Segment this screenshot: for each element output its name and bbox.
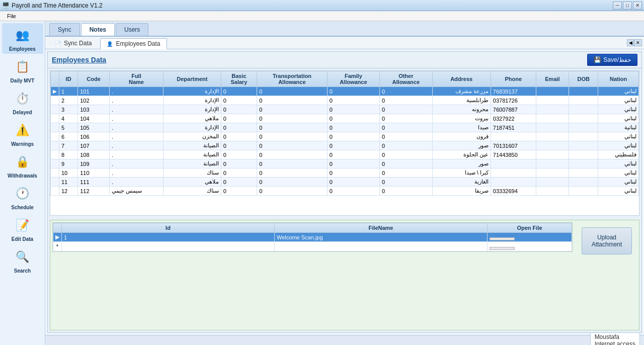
- employees-data-icon: 👤: [107, 41, 113, 47]
- table-row[interactable]: ▶ 1 101 . الإدارة 0 0 0 0 مزرعة مشرف 768…: [51, 87, 639, 96]
- col-phone: Phone: [491, 71, 536, 87]
- att-new-indicator: *: [53, 242, 62, 251]
- att-col-id: Id: [62, 223, 275, 233]
- open-file-button[interactable]: [490, 237, 515, 240]
- table-row[interactable]: 3 103 . الإدارة 0 0 0 0 محرونه 76007887 …: [51, 105, 639, 114]
- cell-other-allowance: 0: [380, 114, 432, 123]
- cell-dob: [569, 159, 598, 168]
- table-row[interactable]: 6 106 . المخزن 0 0 0 0 قرون لبناني: [51, 132, 639, 141]
- row-indicator: [51, 150, 59, 159]
- sidebar-item-withdrawals[interactable]: 🔒 Withdrawals: [2, 150, 43, 181]
- panel-nav-left[interactable]: ◀: [627, 39, 634, 46]
- cell-department: المخزن: [163, 132, 221, 141]
- upload-attachment-button[interactable]: Upload Attachment: [582, 227, 632, 254]
- sub-tab-employees-data[interactable]: 👤 Employees Data: [100, 38, 167, 49]
- cell-department: الإدارة: [163, 87, 221, 96]
- cell-email: [536, 187, 569, 196]
- cell-address: قرون: [432, 132, 491, 141]
- employees-table-container[interactable]: ID Code FullName Department BasicSalary …: [50, 70, 639, 216]
- cell-phone: 76007887: [491, 105, 536, 114]
- sidebar-item-employees[interactable]: 👥 Employees: [2, 23, 43, 54]
- cell-nation: لبنانية: [598, 123, 639, 132]
- cell-dob: [569, 132, 598, 141]
- col-other-allowance: OtherAllowance: [380, 71, 432, 87]
- sidebar-item-daily-mvt[interactable]: 📋 Daily MVT: [2, 55, 43, 85]
- cell-phone: 03781726: [491, 96, 536, 105]
- attachment-layout: Id FileName Open File ▶ 1 Welcome Scan.j…: [52, 222, 637, 328]
- table-row[interactable]: 12 112 سيمس جيمي سناك 0 0 0 0 صريفا 0333…: [51, 187, 639, 196]
- cell-nation: لبناني: [598, 114, 639, 123]
- table-row[interactable]: 4 104 . ملاهي 0 0 0 0 بيروت 0327922 لبنا…: [51, 114, 639, 123]
- cell-name: .: [109, 105, 163, 114]
- cell-code: 102: [78, 96, 110, 105]
- tab-sync[interactable]: Sync: [49, 23, 80, 36]
- attachment-row[interactable]: ▶ 1 Welcome Scan.jpg: [53, 233, 572, 242]
- menu-file[interactable]: File: [3, 12, 20, 20]
- cell-trans-allowance: 0: [257, 150, 327, 159]
- table-row[interactable]: 2 102 . الإدارة 0 0 0 0 طرابلسية 0378172…: [51, 96, 639, 105]
- row-indicator: [51, 141, 59, 150]
- cell-name: سيمس جيمي: [109, 187, 163, 196]
- titlebar: 🖥️ Payroll and Time Attendance V1.2 ─ □ …: [0, 0, 644, 11]
- attachment-new-row[interactable]: *: [53, 242, 572, 251]
- sidebar-item-warnings[interactable]: ⚠️ Warnings: [2, 118, 43, 149]
- main-panel: Employees Data 💾 Save/حفظ ID Code FullNa…: [47, 51, 642, 333]
- sidebar-item-search[interactable]: 🔍 Search: [2, 245, 43, 276]
- cell-other-allowance: 0: [380, 141, 432, 150]
- table-row[interactable]: 11 111 . ملاهي 0 0 0 0 الغازية لبناني: [51, 178, 639, 187]
- att-new-id[interactable]: [62, 242, 275, 251]
- attachment-right: Upload Attachment: [577, 222, 637, 328]
- row-indicator: [51, 132, 59, 141]
- att-new-filename[interactable]: [275, 242, 488, 251]
- cell-basic-salary: 0: [221, 187, 257, 196]
- cell-trans-allowance: 0: [257, 132, 327, 141]
- cell-trans-allowance: 0: [257, 168, 327, 178]
- cell-code: 105: [78, 123, 110, 132]
- cell-phone: 0327922: [491, 114, 536, 123]
- cell-dob: [569, 105, 598, 114]
- table-row[interactable]: 7 107 . الصيانة 0 0 0 0 صور 70131607 لبن…: [51, 141, 639, 150]
- att-cell-filename: Welcome Scan.jpg: [275, 233, 488, 242]
- table-row[interactable]: 8 108 . الصيانة 0 0 0 0 عين الحلوة 71443…: [51, 150, 639, 159]
- tab-notes[interactable]: Notes: [81, 23, 115, 36]
- attachment-table-container[interactable]: Id FileName Open File ▶ 1 Welcome Scan.j…: [52, 222, 573, 252]
- sub-tab-sync-data[interactable]: 📄 Sync Data: [48, 38, 98, 49]
- sidebar-label-schedule: Schedule: [11, 205, 33, 210]
- cell-basic-salary: 0: [221, 141, 257, 150]
- row-indicator: [51, 105, 59, 114]
- cell-trans-allowance: 0: [257, 159, 327, 168]
- table-row[interactable]: 10 110 . سناك 0 0 0 0 كبرا \ صيدا لبناني: [51, 168, 639, 178]
- cell-email: [536, 159, 569, 168]
- close-button[interactable]: ✕: [633, 2, 642, 10]
- table-row[interactable]: 5 105 . الإدارة 0 0 0 0 صيدا 7187451 لبن…: [51, 123, 639, 132]
- att-new-filename-input[interactable]: [277, 243, 485, 250]
- cell-name: .: [109, 96, 163, 105]
- cell-family-allowance: 0: [327, 105, 379, 114]
- sidebar-item-schedule[interactable]: 🕐 Schedule: [2, 182, 43, 212]
- withdrawals-icon: 🔒: [11, 152, 35, 172]
- sidebar-item-edit-data[interactable]: 📝 Edit Data: [2, 213, 43, 244]
- cell-name: .: [109, 150, 163, 159]
- sidebar-item-delayed[interactable]: ⏱️ Delayed: [2, 87, 43, 117]
- tab-users[interactable]: Users: [116, 23, 148, 36]
- maximize-button[interactable]: □: [623, 2, 632, 10]
- att-header-row: Id FileName Open File: [53, 223, 572, 233]
- cell-phone: [491, 132, 536, 141]
- cell-name: .: [109, 159, 163, 168]
- cell-family-allowance: 0: [327, 132, 379, 141]
- col-department: Department: [163, 71, 221, 87]
- status-user: Moustafa: [595, 333, 619, 340]
- att-new-id-input[interactable]: [64, 243, 272, 250]
- cell-department: سناك: [163, 168, 221, 178]
- table-row[interactable]: 9 109 . الصيانة 0 0 0 0 صور لبناني: [51, 159, 639, 168]
- status-user-info: Moustafa Internet access: [590, 332, 640, 346]
- minimize-button[interactable]: ─: [613, 2, 622, 10]
- cell-basic-salary: 0: [221, 159, 257, 168]
- cell-address: صور: [432, 159, 491, 168]
- cell-email: [536, 105, 569, 114]
- att-new-open-file-button[interactable]: [490, 247, 515, 250]
- cell-phone: [491, 159, 536, 168]
- search-icon: 🔍: [11, 247, 35, 267]
- panel-close-button[interactable]: ✕: [634, 39, 642, 46]
- save-button[interactable]: 💾 Save/حفظ: [587, 54, 637, 66]
